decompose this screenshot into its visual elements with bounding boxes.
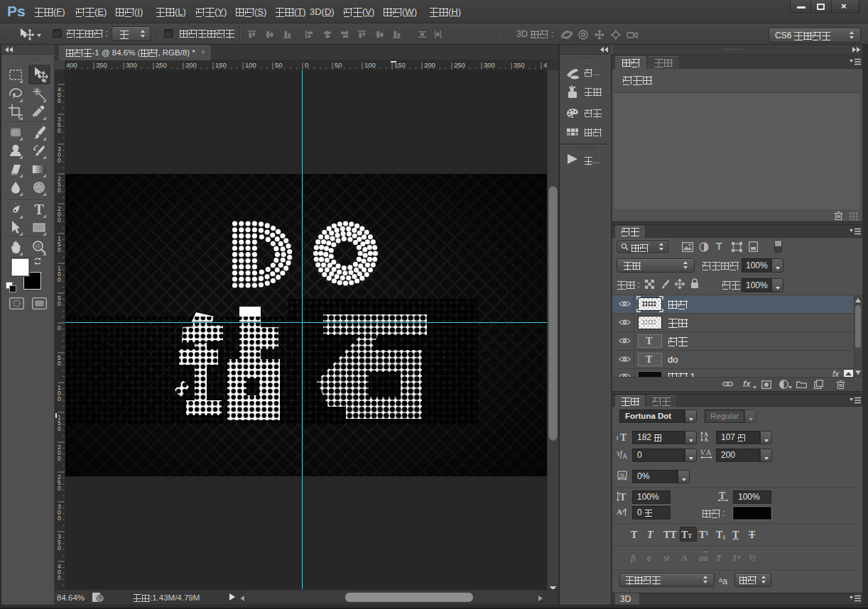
- svg-text:150: 150: [215, 61, 227, 69]
- svg-text:V: V: [700, 449, 706, 456]
- svg-text:250: 250: [454, 61, 465, 69]
- svg-text:A: A: [706, 449, 712, 456]
- svg-text:0: 0: [58, 485, 61, 492]
- svg-text:250: 250: [156, 61, 167, 69]
- svg-text:0: 0: [58, 246, 61, 253]
- svg-text:200: 200: [185, 61, 197, 69]
- svg-text:50: 50: [335, 61, 342, 69]
- svg-text:T: T: [619, 492, 626, 502]
- svg-text:0: 0: [58, 300, 61, 307]
- svg-text:300: 300: [126, 61, 137, 69]
- svg-text:0: 0: [58, 544, 61, 552]
- svg-text:400: 400: [543, 61, 547, 69]
- svg-text:%: %: [619, 472, 624, 478]
- svg-text:A: A: [622, 452, 628, 459]
- svg-text:0: 0: [305, 61, 308, 69]
- svg-text:0: 0: [58, 216, 61, 224]
- svg-text:100: 100: [245, 61, 256, 69]
- svg-text:0: 0: [58, 425, 61, 432]
- svg-text:200: 200: [424, 61, 435, 69]
- svg-text:0: 0: [58, 97, 61, 104]
- svg-text:400: 400: [66, 61, 77, 69]
- svg-text:0: 0: [58, 324, 61, 331]
- svg-text:0: 0: [58, 395, 61, 402]
- svg-text:350: 350: [96, 61, 107, 69]
- svg-text:0: 0: [58, 157, 61, 164]
- svg-text:0: 0: [58, 360, 61, 367]
- svg-text:0: 0: [58, 574, 61, 581]
- svg-text:0: 0: [58, 515, 61, 522]
- svg-text:0: 0: [58, 455, 61, 462]
- svg-text:0: 0: [58, 276, 61, 283]
- svg-text:350: 350: [514, 61, 525, 69]
- svg-text:T: T: [620, 432, 627, 441]
- svg-text:0: 0: [58, 187, 61, 194]
- svg-text:0: 0: [58, 127, 61, 134]
- svg-text:a: a: [622, 508, 625, 514]
- svg-text:A: A: [704, 437, 708, 441]
- svg-text:t: t: [617, 434, 619, 441]
- svg-text:100: 100: [364, 61, 376, 69]
- svg-text:300: 300: [484, 61, 495, 69]
- svg-text:A: A: [617, 508, 622, 516]
- svg-text:50: 50: [275, 61, 283, 69]
